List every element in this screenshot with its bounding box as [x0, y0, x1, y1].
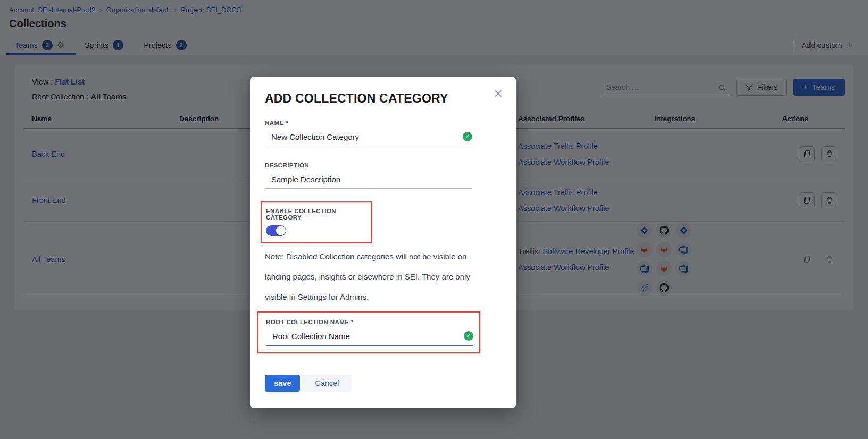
description-label: DESCRIPTION	[265, 162, 501, 168]
note-text: Note: Disabled Collection categories wil…	[265, 247, 475, 307]
toggle-knob	[276, 226, 286, 235]
valid-check-icon	[464, 331, 473, 341]
name-label: NAME *	[265, 120, 501, 126]
description-input[interactable]	[265, 173, 472, 185]
root-collection-name-input[interactable]	[266, 330, 464, 342]
name-field: NAME *	[265, 120, 501, 146]
description-field: DESCRIPTION	[265, 162, 501, 189]
close-icon[interactable]: ✕	[494, 88, 503, 100]
root-collection-name-label: ROOT COLLECTION NAME *	[266, 319, 472, 325]
add-collection-category-modal: ✕ ADD COLLECTION CATEGORY NAME * DESCRIP…	[250, 77, 516, 408]
root-collection-highlight-box: ROOT COLLECTION NAME *	[257, 311, 480, 353]
modal-buttons: save Cancel	[265, 375, 501, 392]
name-input[interactable]	[265, 130, 463, 142]
enable-category-toggle[interactable]	[266, 225, 286, 236]
cancel-button[interactable]: Cancel	[302, 375, 352, 392]
valid-check-icon	[463, 132, 472, 141]
enable-category-label: ENABLE COLLECTION CATEGORY	[266, 208, 364, 221]
save-button[interactable]: save	[265, 375, 300, 392]
enable-category-highlight-box: ENABLE COLLECTION CATEGORY	[261, 201, 372, 243]
modal-title: ADD COLLECTION CATEGORY	[265, 91, 501, 106]
collections-page: Account: SEI-Internal-Prod2 Organization…	[0, 0, 868, 439]
